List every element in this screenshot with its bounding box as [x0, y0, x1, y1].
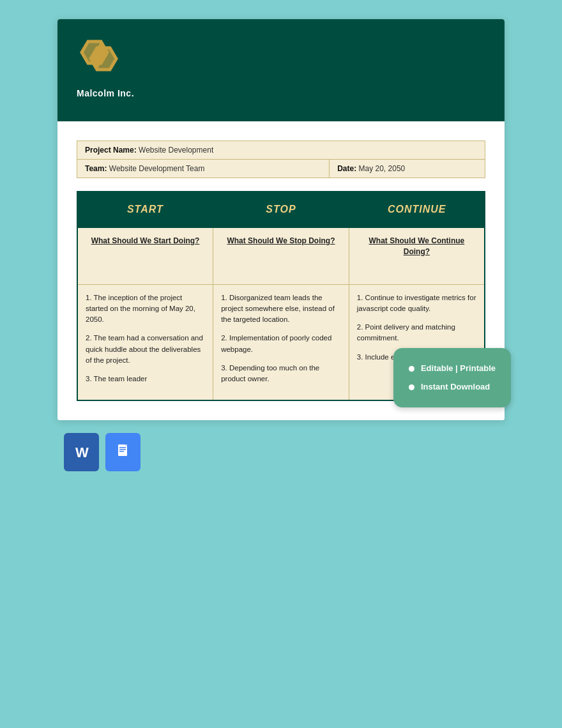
badge-row-2: Instant Download	[409, 378, 496, 397]
team-cell: Team: Website Development Team	[77, 160, 330, 178]
date-value: May 20, 2050	[359, 164, 406, 173]
document-header: Malcolm Inc.	[57, 19, 505, 121]
project-info-table: Project Name: Website Development Team: …	[77, 140, 485, 178]
start-item-1: 1. The inception of the project started …	[86, 292, 205, 326]
start-item-2: 2. The team had a conversation and quick…	[86, 333, 205, 366]
bottom-app-icons: W	[51, 433, 140, 471]
stop-title-cell: What Should We Stop Doing?	[213, 227, 349, 284]
svg-rect-11	[119, 451, 124, 452]
team-value: Website Development Team	[109, 164, 205, 173]
start-content: 1. The inception of the project started …	[86, 292, 205, 385]
company-name: Malcolm Inc.	[77, 88, 134, 98]
team-row: Team: Website Development Team Date: May…	[77, 160, 485, 178]
date-label: Date:	[337, 164, 356, 173]
stop-content: 1. Disorganized team leads the project s…	[221, 292, 341, 385]
svg-rect-8	[118, 444, 127, 456]
continue-title-cell: What Should We Continue Doing?	[349, 227, 485, 284]
ssc-header-row: START STOP CONTINUE	[77, 192, 485, 227]
badge-item-2: Instant Download	[421, 378, 490, 397]
svg-rect-9	[119, 447, 126, 448]
docs-icon[interactable]	[105, 433, 140, 471]
project-name-row: Project Name: Website Development	[77, 141, 485, 160]
stop-item-2: 2. Implementation of poorly coded webpag…	[221, 333, 341, 355]
stop-header: STOP	[213, 192, 349, 227]
continue-item-1: 1. Continue to investigate metrics for j…	[357, 292, 476, 315]
logo-container: Malcolm Inc.	[77, 38, 485, 98]
badge-dot-1	[409, 366, 414, 372]
svg-text:W: W	[75, 444, 89, 460]
ssc-title-row: What Should We Start Doing? What Should …	[77, 227, 485, 284]
feature-badge: Editable | Printable Instant Download	[393, 348, 511, 407]
stop-content-cell: 1. Disorganized team leads the project s…	[213, 284, 349, 400]
project-label: Project Name:	[85, 146, 137, 155]
team-label: Team:	[85, 164, 107, 173]
project-value: Website Development	[139, 146, 213, 155]
project-name-cell: Project Name: Website Development	[77, 141, 485, 160]
stop-title: What Should We Stop Doing?	[221, 236, 341, 246]
company-logo	[77, 38, 128, 83]
start-title: What Should We Start Doing?	[86, 236, 205, 246]
start-item-3: 3. The team leader	[86, 374, 205, 384]
start-header: START	[77, 192, 213, 227]
date-cell: Date: May 20, 2050	[330, 160, 485, 178]
continue-title: What Should We Continue Doing?	[357, 236, 476, 257]
continue-item-2: 2. Point delivery and matching commitmen…	[357, 322, 476, 344]
continue-header: CONTINUE	[349, 192, 485, 227]
start-content-cell: 1. The inception of the project started …	[77, 284, 213, 400]
stop-item-1: 1. Disorganized team leads the project s…	[221, 292, 341, 326]
stop-item-3: 3. Depending too much on the product own…	[221, 363, 341, 385]
badge-row-1: Editable | Printable	[409, 360, 496, 378]
badge-dot-2	[409, 384, 414, 390]
start-title-cell: What Should We Start Doing?	[77, 227, 213, 284]
svg-rect-10	[119, 449, 126, 450]
badge-item-1: Editable | Printable	[421, 360, 496, 378]
word-icon[interactable]: W	[64, 433, 99, 471]
